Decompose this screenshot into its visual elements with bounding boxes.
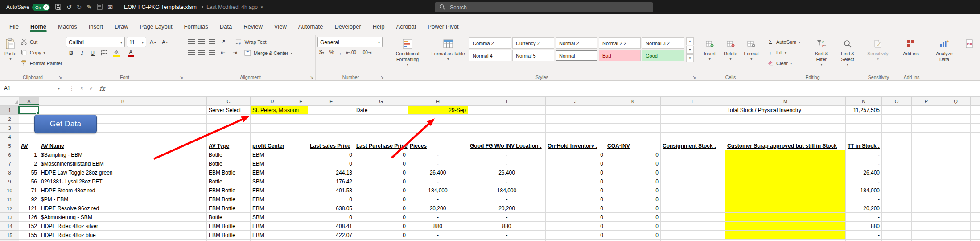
gallery-scroll-up-icon[interactable]: ▲ (686, 37, 694, 45)
cell-L4[interactable] (661, 133, 725, 141)
cell-N16[interactable] (846, 240, 882, 241)
cell-X6[interactable] (971, 150, 980, 159)
menu-tab-review[interactable]: Review (238, 21, 268, 35)
column-header-C[interactable]: C (207, 97, 251, 106)
cell-C3[interactable] (207, 124, 251, 133)
cell-I11[interactable]: - (468, 195, 546, 204)
cell-G14[interactable]: 0 (354, 222, 408, 231)
column-header-M[interactable]: M (725, 97, 846, 106)
increase-decimal-button[interactable]: ⇤.00 (346, 50, 356, 55)
last-modified-text[interactable]: Last Modified: 4h ago (206, 4, 258, 10)
cell-K13[interactable]: 0 (605, 213, 661, 222)
cell-M16[interactable] (725, 240, 846, 241)
cell-A15[interactable]: 155 (19, 231, 39, 240)
row-header-7[interactable]: 7 (0, 159, 19, 168)
cell-L9[interactable] (661, 177, 725, 186)
cell-P5[interactable] (912, 141, 941, 150)
cell-G4[interactable] (354, 133, 408, 141)
cell-A16[interactable] (19, 240, 39, 241)
borders-icon[interactable] (100, 50, 107, 57)
cell-O11[interactable] (882, 195, 912, 204)
row-header-2[interactable]: 2 (0, 115, 19, 124)
orientation-icon[interactable]: ↗ (219, 38, 227, 45)
menu-tab-data[interactable]: Data (214, 21, 238, 35)
cell-D12[interactable]: EBM (251, 204, 294, 213)
cell-P11[interactable] (912, 195, 941, 204)
cell-I3[interactable] (468, 124, 546, 133)
cell-I15[interactable]: - (468, 231, 546, 240)
cell-J4[interactable] (546, 133, 605, 141)
row-header-9[interactable]: 9 (0, 177, 19, 186)
cell-M10[interactable] (725, 186, 846, 195)
cell-O15[interactable] (882, 231, 912, 240)
insert-function-button[interactable]: fx (99, 85, 105, 92)
dialog-launcher-icon[interactable]: ↘ (180, 75, 183, 79)
cell-I9[interactable]: - (468, 177, 546, 186)
cell-Q14[interactable] (941, 222, 971, 231)
cell-K12[interactable]: 0 (605, 204, 661, 213)
cell-N4[interactable] (846, 133, 882, 141)
menu-tab-insert[interactable]: Insert (83, 21, 109, 35)
redo-icon[interactable]: ↻ (77, 4, 82, 10)
cell-Q8[interactable] (941, 168, 971, 177)
cell-E2[interactable] (294, 115, 308, 124)
format-painter-button[interactable]: Format Painter (19, 58, 64, 68)
cell-D5[interactable]: profit Center (251, 141, 294, 150)
cell-style-good[interactable]: Good (642, 50, 684, 61)
cell-E14[interactable] (294, 222, 308, 231)
cell-E12[interactable] (294, 204, 308, 213)
cell-A9[interactable]: 56 (19, 177, 39, 186)
cell-H8[interactable]: 26,400 (408, 168, 468, 177)
row-header-1[interactable]: 1 (0, 106, 19, 115)
cell-P10[interactable] (912, 186, 941, 195)
row-header-13[interactable]: 13 (0, 213, 19, 222)
cell-E9[interactable] (294, 177, 308, 186)
cell-I10[interactable]: 184,000 (468, 186, 546, 195)
cell-M15[interactable] (725, 231, 846, 240)
row-header-3[interactable]: 3 (0, 124, 19, 133)
sensitivity-button[interactable]: Sensitivity ▾ (864, 36, 892, 73)
cell-H3[interactable] (408, 124, 468, 133)
cell-E3[interactable] (294, 124, 308, 133)
cell-B14[interactable]: HDPE Ridex 48oz silver (39, 222, 207, 231)
conditional-formatting-button[interactable]: Conditional Formatting ▾ (388, 36, 427, 73)
cell-C13[interactable]: Bottle (207, 213, 251, 222)
cell-L8[interactable] (661, 168, 725, 177)
find-select-button[interactable]: Find & Select ▾ (835, 36, 860, 73)
row-header-6[interactable]: 6 (0, 150, 19, 159)
undo-icon[interactable]: ↺ (66, 4, 72, 10)
align-left-icon[interactable] (188, 50, 195, 55)
document-icon[interactable] (97, 4, 103, 11)
cell-X8[interactable] (971, 168, 980, 177)
cell-B8[interactable]: HDPE Law Toggle 28oz green (39, 168, 207, 177)
cell-N3[interactable] (846, 124, 882, 133)
cell-K4[interactable] (605, 133, 661, 141)
cell-P1[interactable] (912, 106, 941, 115)
cell-style-normal-3-2[interactable]: Normal 3 2 (642, 37, 684, 49)
cell-K2[interactable] (605, 115, 661, 124)
wrap-text-button[interactable]: Wrap Text (233, 37, 268, 46)
cell-C10[interactable]: EBM Bottle (207, 186, 251, 195)
cell-Q1[interactable] (941, 106, 971, 115)
underline-button[interactable]: U (89, 50, 96, 57)
column-header-F[interactable]: F (308, 97, 354, 106)
cell-K1[interactable] (605, 106, 661, 115)
cell-C15[interactable]: EBM Bottle (207, 231, 251, 240)
pen-icon[interactable]: ✎ (87, 4, 92, 10)
cell-L13[interactable] (661, 213, 725, 222)
cell-N11[interactable]: - (846, 195, 882, 204)
cell-style-normal-4[interactable]: Normal 4 (469, 50, 511, 61)
cell-G3[interactable] (354, 124, 408, 133)
align-middle-icon[interactable] (198, 39, 205, 44)
cell-A14[interactable]: 152 (19, 222, 39, 231)
cell-G7[interactable]: 0 (354, 159, 408, 168)
cell-J7[interactable]: 0 (546, 159, 605, 168)
cell-P14[interactable] (912, 222, 941, 231)
cell-style-comma-2[interactable]: Comma 2 (469, 37, 511, 49)
row-header-12[interactable]: 12 (0, 204, 19, 213)
copy-button[interactable]: Copy ▾ (19, 48, 64, 57)
cell-A10[interactable]: 71 (19, 186, 39, 195)
cell-J2[interactable] (546, 115, 605, 124)
cell-E5[interactable] (294, 141, 308, 150)
menu-tab-power-pivot[interactable]: Power Pivot (422, 21, 464, 35)
